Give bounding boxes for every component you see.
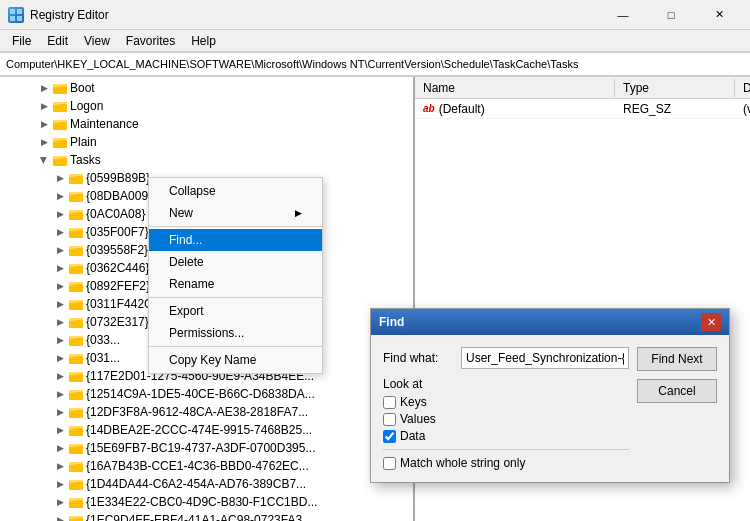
maximize-button[interactable]: □ xyxy=(648,0,694,30)
reg-type-cell: REG_SZ xyxy=(615,101,735,117)
ctx-find[interactable]: Find... xyxy=(149,229,322,251)
folder-icon xyxy=(68,458,84,474)
minimize-button[interactable]: — xyxy=(600,0,646,30)
expand-arrow: ▶ xyxy=(52,278,68,294)
ctx-new[interactable]: New ▶ xyxy=(149,202,322,224)
tree-item-logon[interactable]: ▶ Logon xyxy=(0,97,413,115)
tree-label: Tasks xyxy=(70,153,101,167)
find-what-label: Find what: xyxy=(383,351,453,365)
column-headers: Name Type Data xyxy=(415,77,750,99)
find-title-bar: Find ✕ xyxy=(371,309,729,335)
expand-arrow: ▶ xyxy=(52,314,68,330)
folder-icon xyxy=(68,260,84,276)
match-whole-checkbox[interactable] xyxy=(383,457,396,470)
data-checkbox[interactable] xyxy=(383,430,396,443)
svg-rect-68 xyxy=(69,464,83,472)
svg-rect-30 xyxy=(69,228,75,231)
menu-bar: File Edit View Favorites Help xyxy=(0,30,750,52)
folder-icon xyxy=(68,278,84,294)
svg-rect-8 xyxy=(53,104,67,112)
tree-label: {0732E317} xyxy=(86,315,149,329)
ab-icon: ab xyxy=(423,103,435,114)
close-button[interactable]: ✕ xyxy=(696,0,742,30)
ctx-collapse[interactable]: Collapse xyxy=(149,180,322,202)
menu-view[interactable]: View xyxy=(76,32,118,50)
find-close-button[interactable]: ✕ xyxy=(701,313,721,331)
ctx-export[interactable]: Export xyxy=(149,300,322,322)
context-menu: Collapse New ▶ Find... Delete Rename Exp… xyxy=(148,177,323,374)
keys-checkbox-row: Keys xyxy=(383,395,629,409)
expand-arrow: ▶ xyxy=(52,404,68,420)
svg-rect-42 xyxy=(69,300,75,303)
list-item[interactable]: ▶ {15E69FB7-BC19-4737-A3DF-0700D395... xyxy=(0,439,413,457)
svg-rect-33 xyxy=(69,246,75,249)
find-what-input[interactable] xyxy=(461,347,629,369)
folder-icon xyxy=(68,512,84,521)
folder-icon xyxy=(68,314,84,330)
folder-icon xyxy=(68,170,84,186)
reg-name: (Default) xyxy=(439,102,485,116)
keys-checkbox[interactable] xyxy=(383,396,396,409)
tree-label: {14DBEA2E-2CCC-474E-9915-7468B25... xyxy=(86,423,312,437)
expand-arrow: ▶ xyxy=(52,296,68,312)
menu-favorites[interactable]: Favorites xyxy=(118,32,183,50)
svg-rect-26 xyxy=(69,212,83,220)
svg-rect-56 xyxy=(69,392,83,400)
folder-icon xyxy=(68,422,84,438)
menu-help[interactable]: Help xyxy=(183,32,224,50)
tree-label: {0AC0A08} xyxy=(86,207,145,221)
find-next-button[interactable]: Find Next xyxy=(637,347,717,371)
tree-item-maintenance[interactable]: ▶ Maintenance xyxy=(0,115,413,133)
ctx-rename[interactable]: Rename xyxy=(149,273,322,295)
svg-rect-20 xyxy=(69,176,83,184)
svg-rect-54 xyxy=(69,372,75,375)
svg-rect-11 xyxy=(53,122,67,130)
list-item[interactable]: ▶ {1E334E22-CBC0-4D9C-B830-F1CC1BD... xyxy=(0,493,413,511)
menu-edit[interactable]: Edit xyxy=(39,32,76,50)
tree-label: {15E69FB7-BC19-4737-A3DF-0700D395... xyxy=(86,441,315,455)
svg-rect-9 xyxy=(53,102,59,105)
ctx-copy-key[interactable]: Copy Key Name xyxy=(149,349,322,371)
keys-label: Keys xyxy=(400,395,427,409)
svg-rect-50 xyxy=(69,356,83,364)
expand-arrow: ▶ xyxy=(52,512,68,521)
list-item[interactable]: ▶ {12DF3F8A-9612-48CA-AE38-2818FA7... xyxy=(0,403,413,421)
cancel-button[interactable]: Cancel xyxy=(637,379,717,403)
table-row[interactable]: ab (Default) REG_SZ (value not set) xyxy=(415,99,750,119)
menu-file[interactable]: File xyxy=(4,32,39,50)
folder-icon xyxy=(68,494,84,510)
list-item[interactable]: ▶ {14DBEA2E-2CCC-474E-9915-7468B25... xyxy=(0,421,413,439)
tree-label: {031... xyxy=(86,351,120,365)
find-dialog: Find ✕ Find what: Look at Keys Values xyxy=(370,308,730,483)
svg-rect-74 xyxy=(69,500,83,508)
col-name: Name xyxy=(415,79,615,97)
tree-label: Logon xyxy=(70,99,103,113)
values-checkbox[interactable] xyxy=(383,413,396,426)
look-at-section: Look at Keys Values Data xyxy=(383,377,629,443)
list-item[interactable]: ▶ {1D44DA44-C6A2-454A-AD76-389CB7... xyxy=(0,475,413,493)
ctx-delete[interactable]: Delete xyxy=(149,251,322,273)
tree-label: {1E334E22-CBC0-4D9C-B830-F1CC1BD... xyxy=(86,495,317,509)
tree-item-tasks[interactable]: ▶ Tasks xyxy=(0,151,413,169)
tree-label: {16A7B43B-CCE1-4C36-BBD0-4762EC... xyxy=(86,459,309,473)
tree-label: {035F00F7} xyxy=(86,225,149,239)
list-item[interactable]: ▶ {12514C9A-1DE5-40CE-B66C-D6838DA... xyxy=(0,385,413,403)
svg-rect-59 xyxy=(69,410,83,418)
tree-item-boot[interactable]: ▶ Boot xyxy=(0,79,413,97)
list-item[interactable]: ▶ {1EC9D4FF-EBF4-41A1-AC98-0723FA3... xyxy=(0,511,413,521)
tree-item-plain[interactable]: ▶ Plain xyxy=(0,133,413,151)
tree-panel: ▶ Boot ▶ Logon ▶ Maintenance xyxy=(0,77,415,521)
svg-rect-41 xyxy=(69,302,83,310)
submenu-arrow-icon: ▶ xyxy=(295,208,302,218)
list-item[interactable]: ▶ {16A7B43B-CCE1-4C36-BBD0-4762EC... xyxy=(0,457,413,475)
ctx-divider-1 xyxy=(149,226,322,227)
expand-arrow: ▶ xyxy=(52,260,68,276)
svg-rect-18 xyxy=(53,156,59,159)
expand-arrow: ▶ xyxy=(52,332,68,348)
ctx-permissions[interactable]: Permissions... xyxy=(149,322,322,344)
tree-label: {12DF3F8A-9612-48CA-AE38-2818FA7... xyxy=(86,405,308,419)
svg-rect-72 xyxy=(69,480,75,483)
tree-label: {0892FEF2} xyxy=(86,279,150,293)
svg-rect-57 xyxy=(69,390,75,393)
expand-arrow: ▶ xyxy=(52,170,68,186)
